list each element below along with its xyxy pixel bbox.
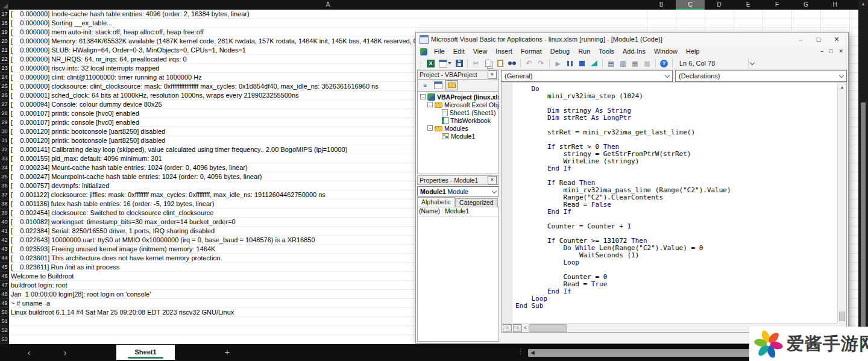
row-number[interactable]: 35 — [0, 172, 9, 181]
code-text[interactable]: Do mini_rv32ima_step (1024) Dim stringy … — [512, 83, 837, 332]
code-horizontal-scrollbar-thumb[interactable] — [529, 324, 567, 332]
find-button[interactable] — [507, 58, 517, 68]
row-number[interactable]: 39 — [0, 209, 9, 218]
cell[interactable]: [ 0.000000] Sorting __ex_table... — [9, 19, 858, 28]
code-line[interactable]: End If — [515, 165, 837, 172]
row-number[interactable]: 29 — [0, 118, 9, 127]
column-header-G[interactable]: G — [791, 0, 820, 10]
run-button[interactable]: ▶ — [553, 58, 563, 68]
code-line[interactable]: End If — [515, 209, 837, 216]
cut-button[interactable]: ✂ — [471, 58, 481, 68]
toggle-folders-button[interactable] — [445, 80, 458, 90]
row-number[interactable]: 27 — [0, 100, 9, 109]
column-header-F[interactable]: F — [763, 0, 791, 10]
code-line[interactable]: End Sub — [515, 303, 837, 310]
object-dropdown[interactable]: (General) — [501, 70, 673, 82]
add-sheet-button[interactable]: + — [222, 346, 233, 358]
tab-alphabetic[interactable]: Alphabetic — [417, 197, 455, 207]
menu-addins[interactable]: Add-Ins — [618, 46, 650, 57]
column-header-E[interactable]: E — [734, 0, 763, 10]
toolbox-button[interactable]: ▩ — [642, 58, 652, 68]
scroll-left-icon[interactable]: ◀ — [530, 350, 535, 356]
redo-button[interactable]: ↷ — [536, 58, 546, 68]
tree-item-modules[interactable]: -Modules — [418, 124, 498, 132]
code-line[interactable]: Loop — [515, 295, 837, 303]
sheet-vertical-scrollbar-thumb[interactable] — [861, 102, 866, 337]
design-mode-button[interactable] — [589, 58, 599, 68]
row-number[interactable]: 41 — [0, 227, 9, 236]
row-number[interactable]: 51 — [0, 317, 9, 326]
project-explorer-button[interactable]: ▤ — [606, 58, 616, 68]
next-sheet-icon[interactable]: › — [60, 347, 70, 359]
column-header-B[interactable]: B — [647, 0, 676, 10]
row-number[interactable]: 47 — [0, 281, 9, 290]
row-number[interactable]: 48 — [0, 290, 9, 299]
tree-item-vbaproject-linux-xlsm-[interactable]: -VBAProject (linux.xlsm) — [418, 93, 498, 101]
menu-run[interactable]: Run — [574, 46, 594, 57]
row-number[interactable]: 46 — [0, 272, 9, 281]
toolbar-grip-icon[interactable]: ⋮ — [418, 60, 423, 67]
procedure-dropdown[interactable]: (Declarations) — [675, 70, 847, 82]
code-line[interactable]: mini_rv32ima_step (1024) — [515, 93, 837, 100]
view-object-button[interactable] — [432, 80, 444, 90]
row-number[interactable]: 26 — [0, 91, 9, 100]
row-number[interactable]: 37 — [0, 190, 9, 199]
row-number[interactable]: 44 — [0, 254, 9, 263]
sheet-vertical-scrollbar[interactable]: ▲ — [858, 0, 868, 344]
help-button[interactable]: ? — [659, 58, 669, 68]
sheet-tab[interactable]: Sheet1 — [116, 345, 175, 360]
row-number[interactable]: 30 — [0, 127, 9, 136]
scroll-up-icon[interactable]: ▲ — [858, 0, 868, 8]
view-code-button[interactable]: ≡ — [419, 80, 431, 90]
properties-window-button[interactable]: ▥ — [618, 58, 628, 68]
prev-sheet-icon[interactable]: ‹ — [24, 347, 34, 359]
row-number[interactable]: 33 — [0, 154, 9, 163]
properties-object-dropdown[interactable]: Module1 Module — [417, 186, 499, 196]
menu-view[interactable]: View — [469, 46, 492, 57]
row-number[interactable]: 17 — [0, 10, 9, 19]
insert-userform-button[interactable] — [438, 58, 452, 68]
code-vertical-scrollbar[interactable]: ▲ ▼ — [837, 83, 846, 332]
save-button[interactable] — [454, 58, 464, 68]
copy-button[interactable] — [483, 58, 493, 68]
row-number[interactable]: 50 — [0, 308, 9, 317]
row-number[interactable]: 43 — [0, 245, 9, 254]
row-number[interactable]: 34 — [0, 163, 9, 172]
menu-file[interactable]: File — [430, 46, 449, 57]
tree-expander-icon[interactable]: - — [420, 94, 426, 99]
row-number[interactable]: 36 — [0, 181, 9, 190]
code-line[interactable]: Counter = Counter + 1 — [515, 223, 837, 230]
toolbar-overflow-button[interactable] — [748, 58, 755, 68]
view-excel-button[interactable]: X — [426, 58, 436, 68]
menu-debug[interactable]: Debug — [546, 46, 574, 57]
menu-insert[interactable]: Insert — [491, 46, 517, 57]
row-number[interactable]: 49 — [0, 299, 9, 308]
properties-panel-close-icon[interactable]: × — [488, 176, 497, 184]
mdi-restore-button[interactable]: □ — [829, 46, 832, 57]
project-panel-close-icon[interactable]: × — [488, 71, 497, 79]
row-number[interactable]: 38 — [0, 199, 9, 209]
row-number[interactable]: 32 — [0, 145, 9, 154]
properties-panel-header[interactable]: Properties - Module1 × — [417, 175, 499, 185]
column-header-D[interactable]: D — [705, 0, 734, 10]
row-number[interactable]: 45 — [0, 263, 9, 272]
stop-button[interactable] — [577, 58, 587, 68]
column-header-A[interactable]: A — [9, 0, 647, 10]
scroll-left-icon[interactable]: < — [524, 325, 527, 331]
code-line[interactable]: strRet = mini_rv32ima_get_last_line() — [515, 129, 837, 136]
break-button[interactable] — [565, 58, 575, 68]
mdi-close-button[interactable]: ✕ — [838, 46, 843, 57]
row-number[interactable]: 18 — [0, 19, 9, 28]
close-button[interactable]: ✕ — [828, 34, 846, 45]
row-number[interactable]: 31 — [0, 136, 9, 145]
object-browser-button[interactable]: ▦ — [630, 58, 640, 68]
code-editor[interactable]: Do mini_rv32ima_step (1024) Dim stringy … — [501, 83, 847, 333]
row-number[interactable]: 25 — [0, 82, 9, 91]
row-number[interactable]: 42 — [0, 236, 9, 245]
row-number[interactable]: 21 — [0, 46, 9, 55]
menu-window[interactable]: Window — [650, 46, 682, 57]
code-line[interactable]: Loop — [515, 259, 837, 266]
select-all-corner[interactable] — [0, 0, 9, 10]
project-panel-header[interactable]: Project - VBAProject × — [417, 70, 499, 80]
property-row[interactable]: (Name)Module1 — [418, 207, 498, 217]
